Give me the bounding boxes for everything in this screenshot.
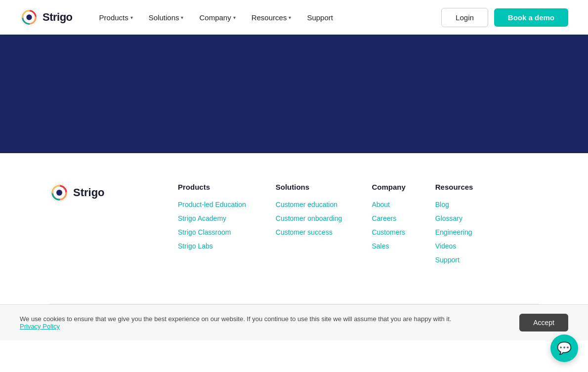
svg-point-3 [56,190,62,196]
cookie-text: We use cookies to ensure that we give yo… [20,315,509,330]
nav-item-support[interactable]: Support [300,9,340,26]
footer-link-blog[interactable]: Blog [435,201,449,208]
list-item: Customer success [276,228,342,237]
navbar-actions: Login Book a demo [441,8,568,27]
nav-item-company[interactable]: Company ▾ [192,9,242,26]
footer-link-about[interactable]: About [372,201,390,208]
footer-link-support[interactable]: Support [435,256,460,264]
footer-link-sales[interactable]: Sales [372,242,389,250]
footer-col-company-list: About Careers Customers Sales [372,200,405,250]
footer-col-company-heading: Company [372,183,405,191]
footer-col-resources: Resources Blog Glossary Engineering Vide… [435,183,473,264]
list-item: Glossary [435,214,473,223]
footer-link-customer-success[interactable]: Customer success [276,228,333,236]
footer-link-strigo-labs[interactable]: Strigo Labs [178,242,213,250]
footer-logo: Strigo [49,183,148,203]
footer-nav: Products Product-led Education Strigo Ac… [178,183,539,264]
list-item: Videos [435,242,473,250]
chevron-down-icon: ▾ [233,15,236,20]
footer-col-solutions: Solutions Customer education Customer on… [276,183,342,264]
footer-logo-text: Strigo [73,186,105,199]
footer-link-strigo-academy[interactable]: Strigo Academy [178,214,226,222]
navbar: Strigo Products ▾ Solutions ▾ Company ▾ … [0,0,588,35]
footer-col-solutions-list: Customer education Customer onboarding C… [276,200,342,237]
footer-link-product-led-education[interactable]: Product-led Education [178,201,246,208]
footer-col-products: Products Product-led Education Strigo Ac… [178,183,246,264]
footer-link-strigo-classroom[interactable]: Strigo Classroom [178,228,231,236]
footer-inner: Strigo Products Product-led Education St… [49,183,539,264]
list-item: Strigo Academy [178,214,246,223]
footer-link-customer-education[interactable]: Customer education [276,201,337,208]
footer-col-products-heading: Products [178,183,246,191]
list-item: Support [435,255,473,264]
footer-col-products-list: Product-led Education Strigo Academy Str… [178,200,246,250]
list-item: Blog [435,200,473,209]
nav-item-products[interactable]: Products ▾ [92,9,140,26]
navbar-logo-text: Strigo [42,11,73,24]
footer: Strigo Products Product-led Education St… [0,153,588,284]
nav-item-resources[interactable]: Resources ▾ [245,9,298,26]
footer-link-engineering[interactable]: Engineering [435,228,472,236]
chevron-down-icon: ▾ [181,15,183,20]
footer-col-resources-heading: Resources [435,183,473,191]
list-item: Careers [372,214,405,223]
list-item: About [372,200,405,209]
footer-link-glossary[interactable]: Glossary [435,214,462,222]
list-item: Engineering [435,228,473,237]
footer-col-solutions-heading: Solutions [276,183,342,191]
footer-link-careers[interactable]: Careers [372,214,396,222]
list-item: Product-led Education [178,200,246,209]
footer-link-customers[interactable]: Customers [372,228,405,236]
navbar-logo[interactable]: Strigo [20,8,73,27]
strigo-logo-icon [20,8,39,27]
list-item: Customers [372,228,405,237]
nav-item-solutions[interactable]: Solutions ▾ [142,9,191,26]
list-item: Customer onboarding [276,214,342,223]
cookie-banner: We use cookies to ensure that we give yo… [0,304,588,340]
privacy-policy-link[interactable]: Privacy Policy [20,323,60,330]
navbar-nav: Products ▾ Solutions ▾ Company ▾ Resourc… [92,9,442,26]
chevron-down-icon: ▾ [289,15,291,20]
list-item: Sales [372,242,405,250]
list-item: Strigo Classroom [178,228,246,237]
login-button[interactable]: Login [441,8,488,27]
book-demo-button[interactable]: Book a demo [494,8,568,27]
hero-section [0,35,588,153]
chevron-down-icon: ▾ [130,15,133,20]
footer-col-company: Company About Careers Customers Sales [372,183,405,264]
footer-logo-icon [49,183,69,203]
footer-brand: Strigo [49,183,148,203]
accept-cookies-button[interactable]: Accept [519,314,568,331]
svg-point-1 [26,14,32,20]
footer-link-videos[interactable]: Videos [435,242,457,250]
footer-link-customer-onboarding[interactable]: Customer onboarding [276,214,342,222]
list-item: Strigo Labs [178,242,246,250]
list-item: Customer education [276,200,342,209]
footer-col-resources-list: Blog Glossary Engineering Videos Support [435,200,473,264]
